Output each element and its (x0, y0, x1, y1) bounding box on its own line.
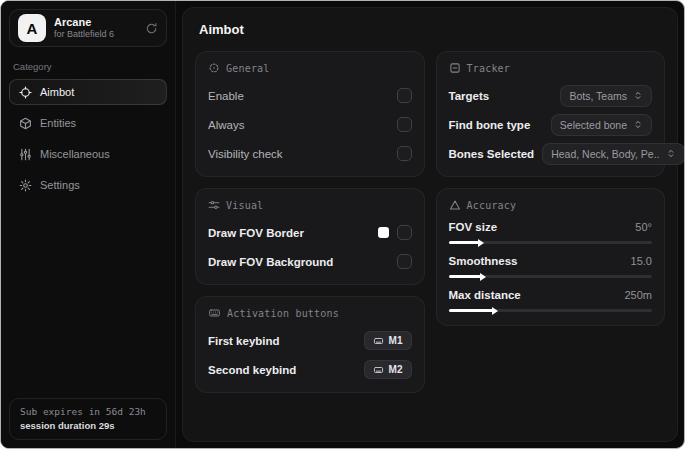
panel-title: Visual (226, 200, 263, 211)
targets-dropdown[interactable]: Bots, Teams (560, 85, 652, 107)
setting-label: Second keybind (208, 364, 296, 376)
setting-row: Enable (208, 84, 412, 107)
dropdown-value: Selected bone (560, 119, 627, 131)
slider-fill (449, 275, 482, 278)
always-checkbox[interactable] (397, 117, 412, 132)
sub-expiry-text: Sub expires in 56d 23h (20, 406, 156, 417)
app-subtitle: for Battlefield 6 (54, 29, 114, 40)
sidebar-item-label: Miscellaneous (40, 148, 110, 160)
sidebar-item-settings[interactable]: Settings (9, 172, 167, 198)
fov-border-color-swatch[interactable] (378, 227, 389, 238)
main-area: Aimbot General (176, 1, 684, 448)
keyboard-icon (208, 307, 221, 319)
setting-label: Always (208, 119, 244, 131)
sidebar-item-aimbot[interactable]: Aimbot (9, 79, 167, 105)
fov-size-setting: FOV size 50° (449, 221, 653, 244)
bones-selected-dropdown[interactable]: Head, Neck, Body, Pe.. (542, 143, 684, 165)
setting-row: Second keybind M2 (208, 358, 412, 381)
tracker-panel-header: Tracker (449, 62, 653, 74)
max-distance-slider[interactable] (449, 309, 653, 312)
app-logo: A (18, 14, 46, 42)
draw-fov-background-checkbox[interactable] (397, 254, 412, 269)
dropdown-value: Bots, Teams (569, 90, 627, 102)
setting-row: Targets Bots, Teams (449, 84, 653, 107)
controls (378, 225, 412, 240)
visual-panel: Visual Draw FOV Border Draw FOV Backgrou… (195, 188, 425, 285)
setting-label: Draw FOV Border (208, 227, 304, 239)
accuracy-panel: Accuracy FOV size 50° (436, 188, 666, 326)
slider-value: 50° (635, 221, 652, 233)
first-keybind-button[interactable]: M1 (364, 331, 412, 350)
page-title: Aimbot (199, 22, 665, 37)
chevron-up-down-icon (666, 148, 676, 159)
find-bone-type-dropdown[interactable]: Selected bone (551, 114, 652, 136)
keyboard-icon (373, 365, 384, 375)
sidebar-spacer (9, 203, 167, 398)
sidebar-item-miscellaneous[interactable]: Miscellaneous (9, 141, 167, 167)
setting-label: Targets (449, 90, 490, 102)
cube-icon (19, 117, 32, 130)
setting-row: First keybind M1 (208, 329, 412, 352)
sidebar-item-label: Aimbot (40, 86, 74, 98)
setting-label: First keybind (208, 335, 280, 347)
slider-head: Max distance 250m (449, 289, 653, 301)
slider-fill (449, 241, 480, 244)
visual-panel-header: Visual (208, 199, 412, 211)
brand-text: Arcane for Battlefield 6 (54, 16, 114, 41)
draw-fov-border-checkbox[interactable] (397, 225, 412, 240)
setting-label: Enable (208, 90, 244, 102)
setting-row: Draw FOV Background (208, 250, 412, 273)
panel-columns: General Enable Always Visibility check (195, 51, 665, 393)
left-column: General Enable Always Visibility check (195, 51, 425, 393)
setting-row: Always (208, 113, 412, 136)
fov-size-slider[interactable] (449, 241, 653, 244)
max-distance-setting: Max distance 250m (449, 289, 653, 312)
slider-head: Smoothness 15.0 (449, 255, 653, 267)
crosshair-icon (19, 86, 32, 99)
app-name: Arcane (54, 16, 114, 30)
smoothness-slider[interactable] (449, 275, 653, 278)
visibility-check-checkbox[interactable] (397, 146, 412, 161)
setting-label: Max distance (449, 289, 521, 301)
setting-label: Find bone type (449, 119, 531, 131)
tracker-panel: Tracker Targets Bots, Teams (436, 51, 666, 177)
general-panel-header: General (208, 62, 412, 74)
panel-title: Accuracy (467, 200, 517, 211)
chevron-up-down-icon (633, 90, 643, 101)
triangle-icon (449, 199, 461, 211)
panel-title: Activation buttons (227, 308, 339, 319)
activation-panel: Activation buttons First keybind (195, 296, 425, 393)
setting-label: Bones Selected (449, 148, 535, 160)
sliders-icon (208, 199, 220, 211)
gear-icon (19, 179, 32, 192)
slider-fill (449, 309, 494, 312)
enable-checkbox[interactable] (397, 88, 412, 103)
setting-row: Visibility check (208, 142, 412, 165)
activation-panel-header: Activation buttons (208, 307, 412, 319)
mixer-icon (19, 148, 32, 161)
dropdown-value: Head, Neck, Body, Pe.. (551, 148, 659, 160)
keybind-value: M1 (389, 335, 403, 346)
setting-label: Visibility check (208, 148, 283, 160)
setting-row: Bones Selected Head, Neck, Body, Pe.. (449, 142, 653, 165)
setting-row: Draw FOV Border (208, 221, 412, 244)
sidebar-item-entities[interactable]: Entities (9, 110, 167, 136)
setting-label: FOV size (449, 221, 498, 233)
slider-value: 250m (624, 289, 652, 301)
slider-value: 15.0 (631, 255, 652, 267)
subscription-card: Sub expires in 56d 23h session duration … (9, 398, 167, 440)
setting-label: Draw FOV Background (208, 256, 333, 268)
target-dashed-icon (208, 62, 220, 74)
chevron-up-down-icon (633, 119, 643, 130)
panel-title: Tracker (467, 63, 511, 74)
second-keybind-button[interactable]: M2 (364, 360, 412, 379)
refresh-icon[interactable] (145, 22, 158, 35)
scan-minus-icon (449, 62, 461, 74)
brand-card: A Arcane for Battlefield 6 (9, 9, 167, 47)
setting-row: Find bone type Selected bone (449, 113, 653, 136)
keyboard-icon (373, 336, 384, 346)
main-panel: Aimbot General (182, 7, 678, 442)
setting-label: Smoothness (449, 255, 518, 267)
app-window: A Arcane for Battlefield 6 Category Aimb (0, 0, 685, 449)
general-panel: General Enable Always Visibility check (195, 51, 425, 177)
